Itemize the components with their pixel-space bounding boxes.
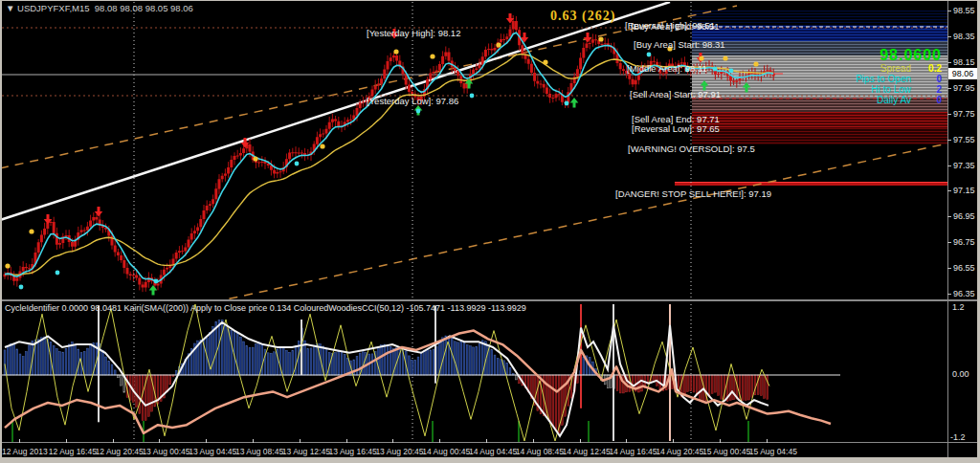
timeaxis-separator: [0, 442, 978, 443]
label-middle-area: [Middle Area]: 98.11: [627, 63, 707, 74]
sell-dot-icon: [543, 59, 547, 64]
price-axis-tick: 96.95: [953, 211, 975, 221]
sell-dot-icon: [496, 42, 501, 47]
price-axis-tick: 96.55: [953, 263, 975, 273]
label-oversold-warning: [WARNING! OVERSOLD]: 97.5: [628, 143, 755, 154]
time-axis-tickmark: [533, 439, 534, 443]
time-axis-tickmark: [346, 439, 347, 443]
buy-dot-icon: [565, 101, 569, 106]
price-axis-tick: 98.35: [953, 32, 975, 41]
indicator-subwindow-header: CycleIdentifier 0.0000 98.0481 Kairi(SMA…: [5, 303, 526, 313]
time-axis-tickmark: [113, 439, 114, 443]
price-axis-tick: 97.95: [953, 83, 975, 93]
time-axis-label: 13 Aug 08:45: [235, 447, 283, 456]
time-axis-label: 14 Aug 20:45: [656, 447, 703, 456]
price-axis-tickmark: [947, 62, 951, 63]
time-axis-tickmark: [159, 439, 160, 443]
time-axis-label: 14 Aug 08:45: [516, 447, 564, 456]
sell-dot-icon: [5, 263, 10, 268]
price-axis-tickmark: [947, 294, 951, 295]
time-axis-tickmark: [626, 439, 627, 443]
daily-av-label: Daily Av: [877, 95, 911, 105]
symbol-dropdown-icon[interactable]: ▼: [6, 3, 14, 13]
sell-dot-icon: [753, 61, 758, 66]
price-axis-tick: 96.75: [953, 237, 975, 247]
current-price-axis-marker: 98.06: [948, 68, 977, 79]
bid-price-readout: 98.0600: [880, 47, 942, 64]
sell-dot-icon: [253, 156, 257, 161]
chart-title: ▼ USDJPYFXF,M15 98.08 98.08 98.05 98.06: [6, 3, 193, 13]
time-axis-tickmark: [673, 439, 674, 443]
hi-to-low-label: Hi to Low: [871, 84, 911, 95]
price-axis-tickmark: [947, 11, 951, 11]
label-buy-area-end: [Buy Area] End: 98.51: [631, 21, 719, 32]
indicator-separator[interactable]: [0, 299, 978, 301]
window-border-bottom: [0, 457, 980, 463]
buy-dot-icon: [470, 94, 475, 99]
buy-dot-icon: [647, 53, 652, 57]
price-axis-tickmark: [947, 268, 951, 269]
price-axis-tick: 97.55: [953, 135, 975, 144]
price-axis-tick: 98.55: [953, 6, 975, 15]
price-axis-tickmark: [947, 190, 951, 191]
price-axis-tickmark: [947, 216, 951, 217]
time-axis-label: 12 Aug 20:45: [96, 447, 144, 456]
buy-arrow-icon: [743, 82, 751, 93]
label-danger-stop-sell: [DANGER! STOP SELL HERE!]: 97.19: [615, 188, 771, 199]
fib-peak-annotation: 0.63 (262): [550, 9, 615, 24]
price-axis-tickmark: [947, 114, 951, 115]
info-row-daily-av: Daily Av0: [877, 95, 942, 105]
sell-dot-icon: [699, 55, 703, 60]
sell-dot-icon: [598, 36, 603, 41]
daily-av-value: 0: [921, 95, 942, 105]
time-axis-tickmark: [206, 439, 207, 443]
indicator-axis-zero: 0.00: [952, 369, 969, 379]
symbol-timeframe: USDJPYFXF,M15: [17, 3, 90, 13]
time-axis-tickmark: [253, 439, 254, 443]
buy-arrow-icon: [149, 285, 158, 296]
price-axis-tickmark: [947, 140, 951, 141]
time-axis-tickmark: [392, 439, 393, 443]
sell-dot-icon: [29, 229, 33, 233]
time-axis-tickmark: [767, 439, 768, 443]
buy-dot-icon: [154, 279, 159, 284]
sell-arrow-icon: [95, 207, 103, 217]
time-axis-label: 13 Aug 12:45: [282, 447, 330, 456]
chart-canvas[interactable]: [0, 0, 980, 463]
time-axis-label: 14 Aug 12:45: [563, 447, 611, 456]
price-axis-tick: 96.35: [953, 289, 975, 298]
buy-arrow-icon: [570, 98, 579, 108]
price-axis-tick: 98.15: [953, 57, 975, 67]
time-axis-tickmark: [580, 439, 581, 443]
time-axis-tickmark: [720, 439, 721, 443]
label-sell-area-start: [Sell Area] Start: 97.91: [630, 89, 721, 99]
time-axis-tickmark: [19, 439, 20, 443]
time-axis-tickmark: [439, 439, 440, 443]
time-axis-label: 15 Aug 00:45: [702, 447, 750, 456]
buy-dot-icon: [713, 67, 718, 72]
spread-value: 0.2: [921, 63, 942, 74]
time-axis-label: 12 Aug 2013: [2, 447, 48, 456]
time-axis-label: 12 Aug 16:45: [49, 447, 97, 456]
time-axis-label: 14 Aug 16:45: [609, 447, 657, 456]
buy-dot-icon: [416, 109, 421, 114]
time-axis-label: 13 Aug 16:45: [329, 447, 377, 456]
info-row-spread: Spread0.2: [880, 63, 942, 74]
price-axis-tickmark: [947, 36, 951, 37]
time-axis-tickmark: [300, 439, 301, 443]
label-yesterday-high: [Yesterday High]: 98.12: [367, 28, 460, 38]
buy-dot-icon: [729, 69, 734, 74]
info-row-pips-to-open: Pips to Open0: [856, 74, 942, 84]
sell-dot-icon: [723, 55, 727, 60]
time-axis-label: 13 Aug 00:45: [142, 447, 189, 456]
time-axis-label: 14 Aug 00:45: [422, 447, 470, 456]
indicator-axis-top: 1.2: [952, 302, 965, 312]
time-axis-tickmark: [486, 439, 487, 443]
sell-dot-icon: [430, 54, 434, 58]
window-border-left: [0, 0, 2, 463]
buy-dot-icon: [295, 162, 300, 166]
info-row-hi-to-low: Hi to Low2: [871, 84, 942, 95]
indicator-axis-bottom: -1.2: [950, 432, 966, 442]
time-axis-label: 14 Aug 04:45: [469, 447, 517, 456]
ohlc-readout: 98.08 98.08 98.05 98.06: [95, 3, 193, 13]
